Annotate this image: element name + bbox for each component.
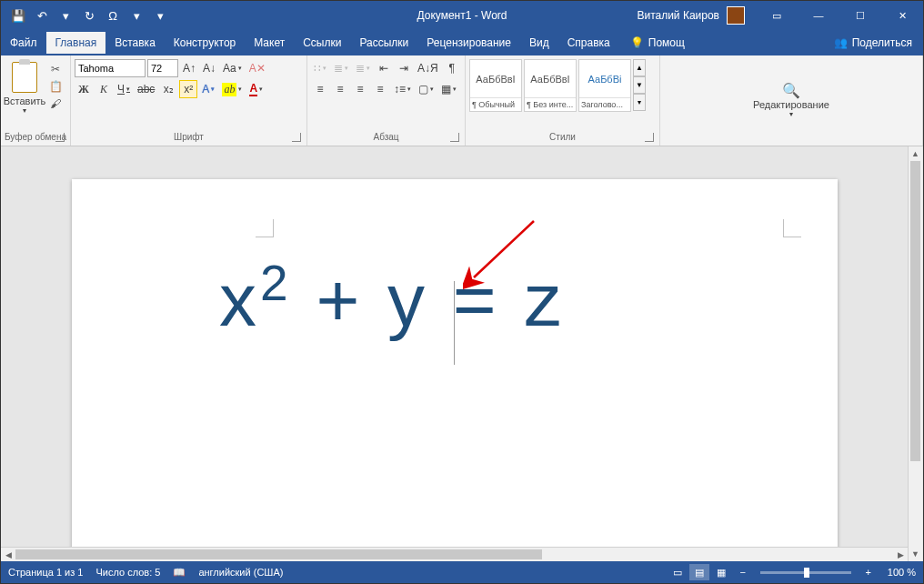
align-right-button[interactable]: ≡: [351, 80, 369, 98]
superscript-button[interactable]: x²: [179, 80, 197, 98]
chevron-down-icon[interactable]: ▾: [55, 5, 75, 25]
ribbon-tabs: Файл Главная Вставка Конструктор Макет С…: [1, 30, 923, 55]
tab-references[interactable]: Ссылки: [294, 32, 350, 54]
bold-button[interactable]: Ж: [75, 80, 93, 98]
group-label: Стили: [469, 130, 656, 144]
horizontal-scrollbar[interactable]: ◀ ▶: [1, 547, 908, 561]
user-name: Виталий Каиров: [629, 9, 727, 22]
zoom-in-button[interactable]: +: [859, 564, 879, 580]
font-name-select[interactable]: [75, 59, 146, 77]
copy-button[interactable]: 📋: [46, 78, 65, 95]
margin-marker: [256, 219, 274, 237]
align-center-button[interactable]: ≡: [331, 80, 349, 98]
tab-home[interactable]: Главная: [46, 32, 106, 54]
print-layout-button[interactable]: ▤: [689, 564, 709, 580]
cut-button[interactable]: ✂: [46, 61, 65, 77]
ribbon: Вставить ▾ ✂ 📋 🖌 Буфер обмена A↑ A↓ Aa▾ …: [1, 55, 923, 146]
page-indicator[interactable]: Страница 1 из 1: [8, 567, 83, 578]
qat-customize-button[interactable]: ▾: [150, 5, 170, 25]
chevron-down-icon[interactable]: ▾: [126, 5, 146, 25]
undo-button[interactable]: ↶: [32, 5, 52, 25]
scroll-down-button[interactable]: ▼: [909, 547, 922, 561]
dialog-launcher[interactable]: [450, 133, 459, 142]
align-left-button[interactable]: ≡: [311, 80, 329, 98]
shading-button[interactable]: ▢▾: [416, 80, 437, 98]
language-indicator[interactable]: английский (США): [198, 567, 283, 578]
bulb-icon: 💡: [630, 36, 644, 49]
zoom-out-button[interactable]: −: [733, 564, 753, 580]
scroll-left-button[interactable]: ◀: [1, 548, 15, 561]
tab-view[interactable]: Вид: [520, 32, 558, 54]
text-effects-button[interactable]: A▾: [199, 80, 217, 98]
title-bar: 💾 ↶ ▾ ↻ Ω ▾ ▾ Документ1 - Word Виталий К…: [1, 1, 923, 30]
symbol-button[interactable]: Ω: [103, 5, 123, 25]
decrease-indent-button[interactable]: ⇤: [375, 59, 393, 77]
tab-layout[interactable]: Макет: [245, 32, 294, 54]
tab-mailings[interactable]: Рассылки: [350, 32, 417, 54]
vertical-scrollbar[interactable]: ▲ ▼: [908, 146, 922, 561]
line-spacing-button[interactable]: ↕≡▾: [391, 80, 414, 98]
close-button[interactable]: ✕: [881, 1, 923, 30]
strikethrough-button[interactable]: abc: [135, 80, 157, 98]
italic-button[interactable]: К: [95, 80, 113, 98]
scroll-thumb[interactable]: [910, 161, 920, 461]
avatar[interactable]: [727, 6, 745, 25]
dialog-launcher[interactable]: [55, 133, 65, 142]
maximize-button[interactable]: ☐: [839, 1, 881, 30]
page[interactable]: x2 + y = z: [72, 179, 838, 557]
dialog-launcher[interactable]: [645, 133, 654, 142]
multilevel-button[interactable]: ≣▾: [353, 59, 373, 77]
zoom-slider[interactable]: [760, 571, 851, 574]
tab-help[interactable]: Справка: [558, 32, 619, 54]
style-no-spacing[interactable]: АаБбВвІ ¶ Без инте...: [524, 59, 577, 112]
scroll-right-button[interactable]: ▶: [893, 548, 908, 561]
share-button[interactable]: 👥Поделиться: [823, 32, 923, 54]
file-tab[interactable]: Файл: [1, 32, 46, 54]
show-marks-button[interactable]: ¶: [443, 59, 461, 77]
status-bar: Страница 1 из 1 Число слов: 5 📖 английск…: [1, 561, 923, 583]
justify-button[interactable]: ≡: [371, 80, 389, 98]
format-painter-button[interactable]: 🖌: [46, 96, 65, 112]
spell-check-icon[interactable]: 📖: [173, 567, 186, 579]
bullets-button[interactable]: ∷▾: [311, 59, 329, 77]
styles-expand-button[interactable]: ▾: [633, 94, 646, 111]
change-case-button[interactable]: Aa▾: [220, 59, 245, 77]
minimize-button[interactable]: —: [798, 1, 839, 30]
sort-button[interactable]: А↓Я: [415, 59, 441, 77]
borders-button[interactable]: ▦▾: [438, 80, 459, 98]
styles-down-button[interactable]: ▼: [633, 76, 646, 94]
shrink-font-button[interactable]: A↓: [200, 59, 218, 77]
save-button[interactable]: 💾: [8, 5, 28, 25]
tab-insert[interactable]: Вставка: [105, 32, 165, 54]
grow-font-button[interactable]: A↑: [180, 59, 198, 77]
subscript-button[interactable]: x₂: [159, 80, 177, 98]
numbering-button[interactable]: ≣▾: [331, 59, 351, 77]
tell-me-search[interactable]: 💡Помощ: [630, 36, 685, 49]
dialog-launcher[interactable]: [292, 133, 301, 142]
clear-format-button[interactable]: A✕: [246, 59, 268, 77]
share-icon: 👥: [834, 36, 848, 49]
scroll-up-button[interactable]: ▲: [909, 146, 922, 161]
styles-up-button[interactable]: ▲: [633, 59, 646, 76]
underline-button[interactable]: Ч▾: [115, 80, 133, 98]
increase-indent-button[interactable]: ⇥: [395, 59, 413, 77]
ribbon-display-button[interactable]: ▭: [756, 1, 798, 30]
find-button[interactable]: 🔍 Редактирование ▾: [746, 78, 837, 122]
tab-design[interactable]: Конструктор: [165, 32, 245, 54]
highlight-button[interactable]: ab▾: [219, 80, 245, 98]
read-mode-button[interactable]: ▭: [668, 564, 688, 580]
paste-button[interactable]: Вставить ▾: [5, 59, 45, 121]
scroll-thumb[interactable]: [15, 549, 542, 559]
redo-button[interactable]: ↻: [79, 5, 99, 25]
word-count[interactable]: Число слов: 5: [95, 567, 160, 578]
font-color-button[interactable]: A▾: [246, 80, 266, 98]
style-heading1[interactable]: АаБбВі Заголово...: [578, 59, 631, 112]
style-normal[interactable]: АаБбВвІ ¶ Обычный: [469, 59, 522, 112]
zoom-level[interactable]: 100 %: [888, 567, 916, 578]
font-size-select[interactable]: [147, 59, 178, 77]
web-layout-button[interactable]: ▦: [711, 564, 731, 580]
tab-review[interactable]: Рецензирование: [417, 32, 520, 54]
svg-line-0: [474, 221, 534, 277]
margin-marker: [783, 219, 801, 237]
group-label: [664, 140, 919, 144]
